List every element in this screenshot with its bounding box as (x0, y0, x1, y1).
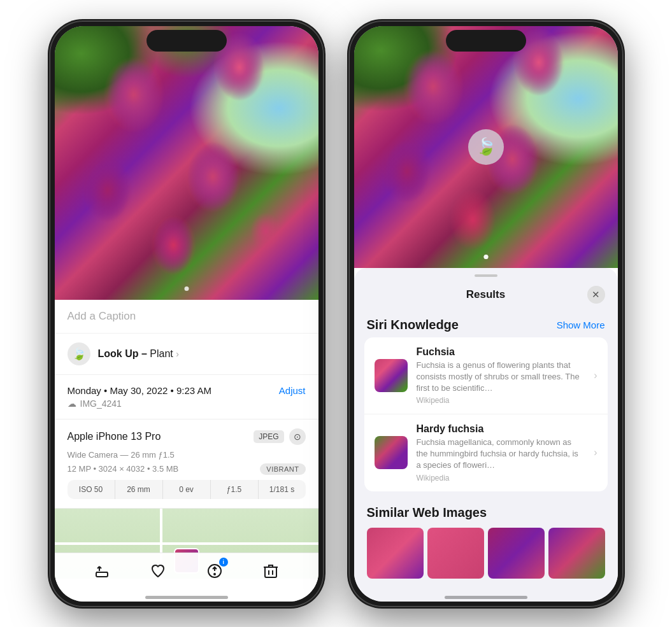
info-button[interactable]: i (203, 560, 226, 582)
hardy-fuchsia-name: Hardy fuchsia (417, 423, 585, 435)
fuchsia-source: Wikipedia (417, 396, 585, 405)
hardy-fuchsia-thumbnail (375, 436, 408, 469)
siri-knowledge-header: Siri Knowledge Show More (354, 311, 618, 337)
lookup-chevron: › (176, 349, 179, 359)
similar-image-4[interactable] (548, 528, 605, 579)
photo-image[interactable] (55, 26, 318, 300)
similar-image-1[interactable] (367, 528, 424, 579)
hardy-fuchsia-chevron: › (594, 447, 597, 458)
device-section: Apple iPhone 13 Pro JPEG ⊙ Wide Camera —… (55, 419, 318, 509)
results-title: Results (385, 288, 587, 301)
device-badges: JPEG ⊙ (254, 428, 305, 445)
drag-handle[interactable] (475, 274, 497, 277)
lookup-bold: Look Up – (98, 348, 147, 359)
resolution-text: 12 MP • 3024 × 4032 • 3.5 MB (68, 464, 179, 474)
meta-date: Monday • May 30, 2022 • 9:23 AM (68, 385, 211, 396)
svg-point-3 (214, 574, 215, 575)
similar-images-grid (367, 528, 605, 579)
vibrant-badge: VIBRANT (260, 463, 305, 475)
similar-images-title: Similar Web Images (367, 505, 605, 520)
similar-web-images-section: Similar Web Images (354, 497, 618, 584)
phone-2: 🍃 Results ✕ Siri Knowledge Show (349, 21, 623, 607)
camera-settings-icon[interactable]: ⊙ (289, 428, 306, 445)
exif-ev: 0 ev (163, 480, 211, 499)
phones-container: Add a Caption 🍃 Look Up – Plant › Monday… (37, 8, 636, 619)
device-name: Apple iPhone 13 Pro (68, 431, 161, 442)
fuchsia-name: Fuchsia (417, 346, 585, 358)
filename-text: IMG_4241 (80, 398, 122, 409)
share-button[interactable] (90, 560, 113, 582)
favorite-button[interactable] (147, 560, 169, 582)
results-header: Results ✕ (354, 279, 618, 311)
siri-knowledge-title: Siri Knowledge (367, 318, 459, 332)
page-indicator-2 (483, 255, 488, 259)
jpeg-badge: JPEG (254, 430, 283, 443)
exif-row: ISO 50 26 mm 0 ev ƒ1.5 1/181 s (68, 480, 306, 499)
fuchsia-thumbnail (375, 359, 408, 392)
hardy-fuchsia-content: Hardy fuchsia Fuchsia magellanica, commo… (417, 423, 585, 483)
caption-area[interactable]: Add a Caption (55, 300, 318, 334)
results-panel[interactable]: Results ✕ Siri Knowledge Show More (354, 268, 618, 602)
hardy-fuchsia-item[interactable]: Hardy fuchsia Fuchsia magellanica, commo… (364, 414, 608, 491)
info-badge: i (219, 558, 228, 567)
meta-filename: ☁ IMG_4241 (68, 398, 306, 409)
similar-image-3[interactable] (488, 528, 545, 579)
meta-date-row: Monday • May 30, 2022 • 9:23 AM Adjust (68, 385, 306, 396)
knowledge-card: Fuchsia Fuchsia is a genus of flowering … (364, 337, 608, 491)
show-more-button[interactable]: Show More (557, 320, 605, 330)
siri-suggest-icon: 🍃 (68, 342, 90, 365)
delete-button[interactable] (259, 560, 282, 582)
visual-lookup-app: 🍃 Results ✕ Siri Knowledge Show (354, 26, 618, 602)
page-indicator (184, 286, 189, 291)
fuchsia-content: Fuchsia Fuchsia is a genus of flowering … (417, 346, 585, 405)
map-road-horizontal (55, 542, 318, 545)
home-indicator-2 (445, 596, 527, 599)
exif-shutter: 1/181 s (259, 480, 306, 499)
close-button[interactable]: ✕ (587, 286, 605, 304)
fuchsia-chevron: › (594, 370, 597, 381)
lookup-row[interactable]: 🍃 Look Up – Plant › (55, 334, 318, 375)
photo-toolbar: i (55, 553, 318, 589)
home-indicator-1 (145, 596, 228, 599)
phone-1: Add a Caption 🍃 Look Up – Plant › Monday… (50, 21, 324, 607)
camera-details: Wide Camera — 26 mm ƒ1.5 (68, 450, 306, 460)
fuchsia-item[interactable]: Fuchsia Fuchsia is a genus of flowering … (364, 337, 608, 415)
device-name-row: Apple iPhone 13 Pro JPEG ⊙ (68, 428, 306, 445)
cloud-icon: ☁ (68, 398, 76, 409)
hardy-fuchsia-source: Wikipedia (417, 474, 585, 483)
similar-image-2[interactable] (427, 528, 484, 579)
svg-rect-0 (96, 572, 108, 577)
exif-iso: ISO 50 (68, 480, 115, 499)
lookup-plain: Plant (147, 348, 173, 359)
exif-aperture: ƒ1.5 (211, 480, 259, 499)
meta-section: Monday • May 30, 2022 • 9:23 AM Adjust ☁… (55, 375, 318, 419)
photo-image-2[interactable]: 🍃 (354, 26, 618, 268)
siri-visual-lookup-button[interactable]: 🍃 (468, 129, 504, 165)
svg-rect-4 (265, 567, 276, 577)
hardy-fuchsia-description: Fuchsia magellanica, commonly known as t… (417, 437, 585, 472)
phone-2-screen: 🍃 Results ✕ Siri Knowledge Show (354, 26, 618, 602)
resolution-row: 12 MP • 3024 × 4032 • 3.5 MB VIBRANT (68, 463, 306, 475)
fuchsia-description: Fuchsia is a genus of flowering plants t… (417, 360, 585, 395)
photos-app: Add a Caption 🍃 Look Up – Plant › Monday… (55, 26, 318, 602)
phone-1-screen: Add a Caption 🍃 Look Up – Plant › Monday… (55, 26, 318, 602)
caption-placeholder[interactable]: Add a Caption (68, 310, 136, 322)
exif-focal: 26 mm (115, 480, 163, 499)
flower-overlay (55, 26, 318, 300)
adjust-button[interactable]: Adjust (279, 385, 306, 396)
lookup-label[interactable]: Look Up – Plant › (98, 348, 179, 360)
